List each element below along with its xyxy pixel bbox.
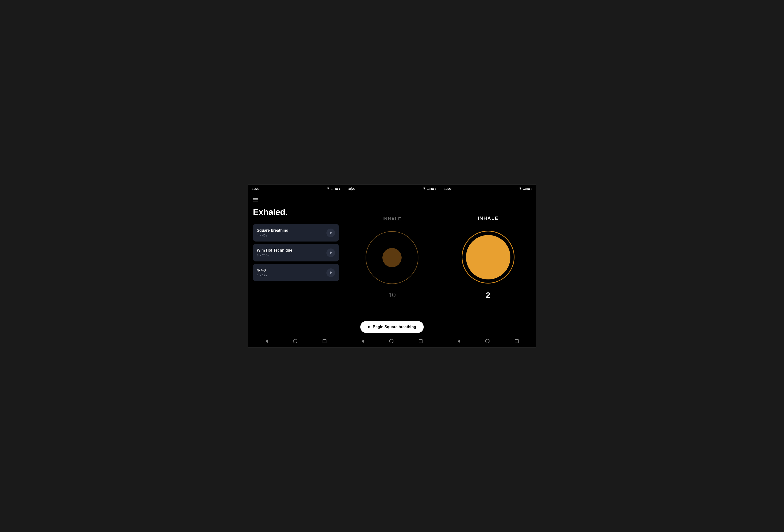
back-icon-2	[362, 339, 364, 343]
screen1-content: Exhaled. Square breathing 4 × 40s Wim Ho…	[248, 192, 344, 335]
hamburger-icon	[253, 198, 258, 201]
signal-bars-3	[523, 187, 527, 190]
back-button-3[interactable]	[454, 338, 464, 344]
home-button-2[interactable]	[385, 338, 397, 344]
item-name-2: Wim Hof Technique	[257, 248, 292, 253]
item-desc-3: 4 × 19s	[257, 273, 267, 277]
play-icon-3	[330, 271, 332, 274]
recents-icon-1	[323, 339, 327, 343]
begin-button[interactable]: Begin Square breathing	[360, 321, 424, 333]
screen2-phase-label: INHALE	[383, 216, 401, 221]
screen2-circle	[366, 231, 418, 284]
play-button-3[interactable]	[327, 268, 335, 277]
screen3-breathing-area: INHALE 2	[440, 192, 536, 335]
home-button-1[interactable]	[289, 338, 301, 344]
recents-button-2[interactable]	[415, 338, 426, 344]
item-desc-1: 4 × 40s	[257, 234, 288, 237]
status-icons-1	[327, 187, 340, 190]
status-time-1: 10:20	[252, 187, 259, 190]
battery-icon-2	[431, 188, 436, 190]
screen2-breathing-area: INHALE 10 Begin Square breathing	[344, 192, 440, 335]
play-icon-2	[330, 251, 332, 255]
recents-button-1[interactable]	[319, 338, 330, 344]
home-icon-2	[389, 339, 393, 343]
outer-ring-active	[461, 231, 514, 284]
wifi-icon-2	[422, 187, 426, 190]
bottom-nav-1	[248, 335, 344, 347]
status-icons-2	[422, 187, 436, 190]
signal-bars-2	[427, 187, 430, 190]
recents-icon-2	[419, 339, 422, 343]
inner-circle-large	[466, 235, 510, 279]
list-item-wim-hof[interactable]: Wim Hof Technique 3 × 200s	[253, 244, 339, 261]
play-button-1[interactable]	[327, 229, 335, 237]
battery-icon-1	[335, 188, 340, 190]
back-icon-1	[265, 339, 268, 343]
home-icon-3	[485, 339, 489, 343]
status-icons-3	[519, 187, 532, 190]
recents-button-3[interactable]	[511, 338, 523, 344]
app-title: Exhaled.	[253, 207, 339, 217]
screen2-counter: 10	[388, 291, 396, 299]
item-name-1: Square breathing	[257, 228, 288, 233]
list-item-478[interactable]: 4-7-8 4 × 19s	[253, 264, 339, 282]
list-item-square-breathing[interactable]: Square breathing 4 × 40s	[253, 224, 339, 241]
bottom-nav-2	[344, 335, 440, 347]
status-bar-1: 10:20	[248, 185, 344, 192]
inner-circle-small	[383, 248, 401, 267]
back-button-2[interactable]	[358, 338, 368, 344]
home-button-3[interactable]	[481, 338, 493, 344]
home-icon-1	[293, 339, 297, 343]
screen2-preview: 10:20	[344, 184, 440, 348]
recents-icon-3	[515, 339, 519, 343]
status-bar-2: 10:20	[344, 185, 440, 192]
bottom-nav-3	[440, 335, 536, 347]
begin-button-label: Begin Square breathing	[373, 325, 416, 329]
close-button[interactable]: ✕	[348, 186, 353, 192]
screen3-circle	[461, 231, 514, 284]
screen3-phase-label: INHALE	[478, 215, 498, 221]
back-icon-3	[457, 339, 460, 343]
screen1-main: 10:20	[248, 184, 344, 348]
battery-icon-3	[528, 188, 532, 190]
back-button-1[interactable]	[261, 338, 272, 344]
breathing-list: Square breathing 4 × 40s Wim Hof Techniq…	[253, 224, 339, 282]
wifi-icon	[327, 187, 330, 190]
begin-play-icon	[368, 326, 370, 328]
status-bar-3: 10:20	[440, 185, 536, 192]
play-button-2[interactable]	[327, 248, 335, 257]
outer-ring-inactive	[366, 231, 418, 284]
screen3-counter: 2	[486, 291, 490, 300]
item-desc-2: 3 × 200s	[257, 254, 292, 257]
signal-bars-1	[331, 187, 334, 190]
status-time-3: 10:20	[444, 187, 452, 190]
play-icon-1	[330, 231, 332, 235]
wifi-icon-3	[519, 187, 522, 190]
hamburger-menu-button[interactable]	[253, 197, 258, 202]
item-name-3: 4-7-8	[257, 268, 267, 272]
screen3-active: 10:20	[440, 184, 536, 348]
